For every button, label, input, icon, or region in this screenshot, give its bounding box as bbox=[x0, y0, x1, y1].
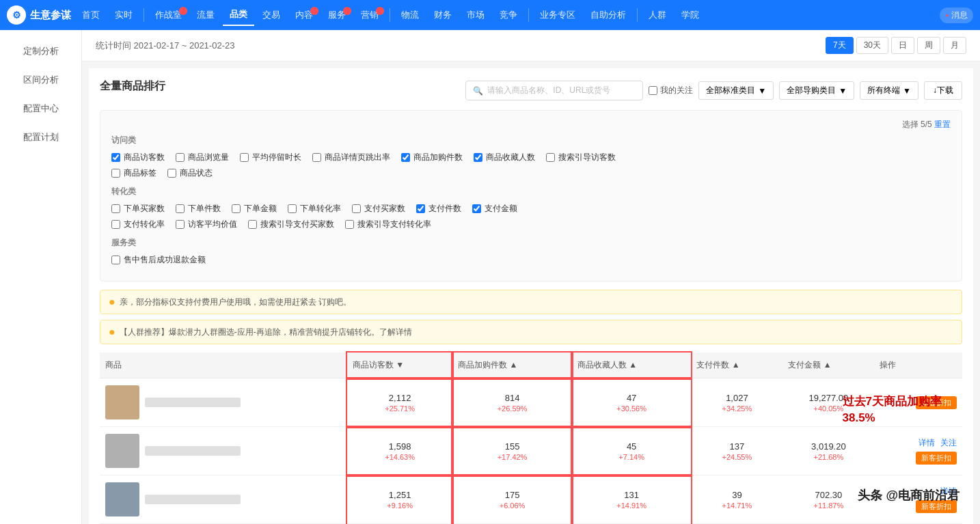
nav-item-竞争[interactable]: 竞争 bbox=[493, 5, 524, 25]
col-item-商品状态[interactable]: 商品状态 bbox=[167, 167, 213, 179]
table-header-0[interactable]: 商品 bbox=[100, 353, 347, 378]
terminal-filter-btn[interactable]: 所有终端 ▼ bbox=[860, 81, 918, 100]
col-item-搜索引导支付买家数[interactable]: 搜索引导支付买家数 bbox=[248, 219, 334, 230]
nav-item-财务[interactable]: 财务 bbox=[427, 5, 459, 25]
nav-item-交易[interactable]: 交易 bbox=[256, 5, 287, 25]
col-label: 支付金额 bbox=[485, 203, 517, 215]
sidebar-item-配置中心[interactable]: 配置中心 bbox=[0, 94, 81, 123]
table-header-5[interactable]: 支付金额 ▲ bbox=[782, 353, 874, 378]
op-link-关注[interactable]: 关注 bbox=[940, 437, 957, 449]
nav-item-实时[interactable]: 实时 bbox=[108, 5, 139, 25]
guide-category-filter-btn[interactable]: 全部导购类目 ▼ bbox=[779, 81, 854, 100]
info-dot: ● bbox=[109, 326, 115, 338]
nav-item-品类[interactable]: 品类 bbox=[223, 4, 254, 26]
col-item-下单买家数[interactable]: 下单买家数 bbox=[111, 203, 165, 215]
col-checkbox[interactable] bbox=[232, 204, 241, 213]
col-item-商品加购件数[interactable]: 商品加购件数 bbox=[401, 152, 463, 163]
op-tag[interactable]: 新客折扣 bbox=[916, 396, 957, 409]
col-label: 平均停留时长 bbox=[252, 152, 301, 163]
col-checkbox[interactable] bbox=[176, 153, 185, 162]
nav-item-市场[interactable]: 市场 bbox=[460, 5, 491, 25]
col-item-访客平均价值[interactable]: 访客平均价值 bbox=[176, 219, 237, 230]
table-header-4[interactable]: 支付件数 ▲ bbox=[691, 353, 782, 378]
col-checkbox[interactable] bbox=[240, 153, 249, 162]
reset-link[interactable]: 重置 bbox=[934, 120, 951, 129]
search-box[interactable]: 🔍 请输入商品名称、ID、URL或货号 bbox=[465, 81, 643, 100]
follow-check[interactable]: 我的关注 bbox=[649, 85, 693, 96]
time-btn-周[interactable]: 周 bbox=[917, 37, 940, 54]
col-checkbox[interactable] bbox=[546, 153, 555, 162]
nav-item-物流[interactable]: 物流 bbox=[394, 5, 426, 25]
download-btn[interactable]: ↓下载 bbox=[924, 81, 962, 100]
col-item-下单金额[interactable]: 下单金额 bbox=[232, 203, 277, 215]
col-item-支付件数[interactable]: 支付件数 bbox=[416, 203, 461, 215]
add-cart-cell-1: 155 +17.42% bbox=[452, 427, 572, 475]
col-checkbox[interactable] bbox=[111, 153, 120, 162]
col-checkbox[interactable] bbox=[111, 220, 120, 229]
nav-item-营销[interactable]: 营销 bbox=[354, 5, 385, 25]
col-item-商品访客数[interactable]: 商品访客数 bbox=[111, 152, 165, 163]
col-checkbox[interactable] bbox=[312, 153, 321, 162]
col-item-搜索引导访客数[interactable]: 搜索引导访客数 bbox=[546, 152, 616, 163]
nav-item-自助分析[interactable]: 自助分析 bbox=[584, 5, 633, 25]
nav-item-服务[interactable]: 服务 bbox=[321, 5, 353, 25]
col-item-商品收藏人数[interactable]: 商品收藏人数 bbox=[474, 152, 535, 163]
col-checkbox[interactable] bbox=[352, 204, 361, 213]
col-item-支付买家数[interactable]: 支付买家数 bbox=[352, 203, 405, 215]
message-badge[interactable]: ● 消息 bbox=[940, 8, 973, 23]
col-checkbox[interactable] bbox=[416, 204, 425, 213]
col-item-售中售后成功退款金额[interactable]: 售中售后成功退款金额 bbox=[111, 254, 206, 266]
follow-checkbox[interactable] bbox=[649, 86, 657, 95]
col-checkbox[interactable] bbox=[345, 220, 354, 229]
col-item-商品浏览量[interactable]: 商品浏览量 bbox=[176, 152, 229, 163]
col-item-支付转化率[interactable]: 支付转化率 bbox=[111, 219, 165, 230]
col-item-搜索引导支付转化率[interactable]: 搜索引导支付转化率 bbox=[345, 219, 431, 230]
col-checkbox[interactable] bbox=[401, 153, 410, 162]
table-header-6[interactable]: 操作 bbox=[874, 353, 962, 378]
category-filter-btn[interactable]: 全部标准类目 ▼ bbox=[698, 81, 774, 100]
col-label: 支付买家数 bbox=[364, 203, 405, 215]
visitor-num: 2,112 bbox=[353, 393, 447, 403]
table-header-1[interactable]: 商品访客数 ▼ bbox=[347, 353, 452, 378]
col-item-下单转化率[interactable]: 下单转化率 bbox=[288, 203, 341, 215]
time-btn-月[interactable]: 月 bbox=[943, 37, 966, 54]
nav-item-流量[interactable]: 流量 bbox=[190, 5, 221, 25]
sidebar-item-定制分析[interactable]: 定制分析 bbox=[0, 37, 81, 66]
table-header-3[interactable]: 商品收藏人数 ▲ bbox=[572, 353, 692, 378]
col-label: 下单金额 bbox=[244, 203, 277, 215]
nav-item-首页[interactable]: 首页 bbox=[75, 5, 107, 25]
col-item-商品详情页跳出率[interactable]: 商品详情页跳出率 bbox=[312, 152, 390, 163]
col-checkbox[interactable] bbox=[288, 204, 297, 213]
nav-item-业务专区[interactable]: 业务专区 bbox=[533, 5, 582, 25]
col-checkbox[interactable] bbox=[111, 256, 120, 264]
nav-item-人群[interactable]: 人群 bbox=[642, 5, 673, 25]
nav-item-作战室[interactable]: 作战室 bbox=[148, 5, 189, 25]
time-btn-30天[interactable]: 30天 bbox=[856, 37, 888, 54]
sidebar-item-配置计划[interactable]: 配置计划 bbox=[0, 123, 81, 152]
sidebar-item-区间分析[interactable]: 区间分析 bbox=[0, 66, 81, 94]
col-checkbox[interactable] bbox=[472, 204, 481, 213]
table-header-2[interactable]: 商品加购件数 ▲ bbox=[452, 353, 572, 378]
col-item-支付金额[interactable]: 支付金额 bbox=[472, 203, 517, 215]
col-label: 售中售后成功退款金额 bbox=[124, 254, 206, 266]
col-checkbox[interactable] bbox=[111, 169, 120, 178]
col-checkbox[interactable] bbox=[176, 220, 185, 229]
col-item-下单件数[interactable]: 下单件数 bbox=[176, 203, 221, 215]
col-item-商品标签[interactable]: 商品标签 bbox=[111, 167, 156, 179]
time-btn-日[interactable]: 日 bbox=[891, 37, 914, 54]
pay-count-change: +34.25% bbox=[696, 404, 777, 413]
col-checkbox[interactable] bbox=[111, 204, 120, 213]
col-checkbox[interactable] bbox=[248, 220, 257, 229]
col-item-平均停留时长[interactable]: 平均停留时长 bbox=[240, 152, 301, 163]
nav-item-学院[interactable]: 学院 bbox=[675, 5, 706, 25]
time-btn-7天[interactable]: 7天 bbox=[826, 37, 854, 54]
select-count: 选择 5/5 重置 bbox=[902, 119, 951, 130]
nav-item-内容[interactable]: 内容 bbox=[288, 5, 320, 25]
op-btns: 新客折扣 bbox=[880, 396, 957, 409]
col-checkbox[interactable] bbox=[474, 153, 482, 162]
op-cell-0: 新客折扣 bbox=[874, 378, 962, 427]
op-link-详情[interactable]: 详情 bbox=[918, 437, 935, 449]
op-tag[interactable]: 新客折扣 bbox=[916, 452, 957, 465]
col-checkbox[interactable] bbox=[176, 204, 185, 213]
col-checkbox[interactable] bbox=[167, 169, 176, 178]
